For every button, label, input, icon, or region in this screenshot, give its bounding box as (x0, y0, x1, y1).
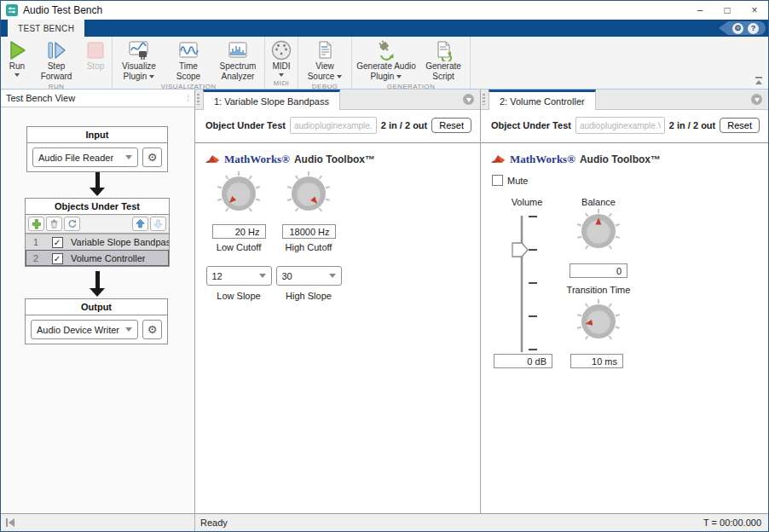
high-cutoff-label: High Cutoff (286, 242, 332, 252)
move-up-button[interactable] (132, 217, 148, 231)
tab-volume-controller[interactable]: 2: Volume Controller (489, 90, 596, 110)
object-class-field[interactable] (575, 117, 665, 134)
output-settings-button[interactable]: ⚙ (142, 320, 162, 339)
object-under-test-label: Object Under Test (491, 120, 571, 130)
close-icon: × (751, 4, 757, 16)
dropdown-arrow-icon (149, 75, 154, 78)
low-slope-label: Low Slope (217, 291, 260, 301)
close-button[interactable]: × (741, 1, 768, 20)
balance-label: Balance (563, 197, 634, 207)
bandpass-controls: Low Cutoff High Cutoff 12 30 Low Slope H… (204, 170, 344, 301)
midi-icon (270, 39, 292, 61)
group-midi: MIDI MIDI (265, 37, 298, 89)
help-icon[interactable]: ? (748, 23, 759, 34)
group-debug: View Source DEBUG (298, 37, 352, 89)
minimize-button[interactable]: – (686, 1, 714, 20)
midi-button[interactable]: MIDI (267, 38, 296, 78)
panel-grip-icon[interactable]: ⁞ (187, 94, 189, 103)
window-title: Audio Test Bench (23, 4, 686, 16)
mathworks-logo-icon (491, 153, 506, 165)
mathworks-logo-icon (205, 153, 220, 165)
generate-audio-plugin-button[interactable]: Generate Audio Plugin (354, 38, 419, 83)
visualize-plugin-button[interactable]: Visualize Plugin (114, 38, 164, 83)
collapse-panel-icon[interactable] (463, 94, 474, 105)
delete-object-button[interactable] (46, 217, 62, 231)
panel-grip-icon[interactable] (197, 94, 199, 105)
chevron-down-icon (259, 274, 266, 278)
flow-arrow-down (89, 271, 106, 297)
input-box: Input Audio File Reader ⚙ (26, 126, 168, 172)
view-source-icon (314, 39, 336, 61)
high-slope-select[interactable]: 30 (276, 266, 342, 286)
generate-audio-plugin-icon (375, 39, 397, 61)
trash-icon (49, 218, 60, 229)
settings-sync-icon[interactable]: ⚙ (732, 23, 743, 34)
object-row-2[interactable]: 2 ✓ Volume Controller (26, 250, 169, 266)
maximize-button[interactable]: □ (714, 1, 741, 20)
collapse-ribbon-icon[interactable] (753, 76, 765, 86)
balance-knob[interactable] (575, 207, 622, 255)
group-visualization: Visualize Plugin Time Scope Spectru (113, 37, 265, 89)
generate-script-button[interactable]: Generate Script (419, 38, 468, 83)
output-box: Output Audio Device Writer ⚙ (25, 298, 168, 344)
transition-time-knob[interactable] (575, 298, 622, 345)
panel-grip-icon[interactable] (483, 94, 485, 105)
group-run: Run Step Forward Stop RUN (1, 37, 113, 89)
group-label-midi: MIDI (267, 79, 296, 89)
volume-value[interactable] (494, 354, 552, 368)
input-settings-button[interactable]: ⚙ (142, 147, 162, 167)
add-icon (31, 218, 42, 229)
tab-variable-slope-bandpass[interactable]: 1: Variable Slope Bandpass (203, 90, 340, 110)
collapse-left-panel-icon[interactable] (5, 518, 15, 528)
chevron-down-icon (125, 327, 132, 332)
step-forward-button[interactable]: Step Forward (32, 38, 81, 83)
spectrum-analyzer-button[interactable]: Spectrum Analyzer (213, 38, 263, 83)
tab-test-bench[interactable]: TEST BENCH (8, 20, 84, 37)
object-class-field[interactable] (290, 117, 377, 134)
high-cutoff-value[interactable] (282, 224, 336, 239)
panel-title: Test Bench View (6, 93, 75, 103)
move-down-button[interactable] (150, 217, 166, 231)
object-1-checkbox[interactable]: ✓ (52, 237, 63, 248)
transition-time-value[interactable] (570, 354, 623, 368)
volume-slider[interactable] (505, 212, 546, 356)
stop-button[interactable]: Stop (81, 38, 110, 72)
group-label-run: RUN (3, 83, 110, 92)
add-object-button[interactable] (28, 217, 44, 231)
spectrum-analyzer-icon (227, 39, 249, 61)
bandpass-panel: 1: Variable Slope Bandpass Object Under … (195, 90, 481, 513)
time-scope-button[interactable]: Time Scope (164, 38, 213, 83)
chevron-down-icon (125, 155, 132, 159)
low-cutoff-value[interactable] (212, 224, 266, 239)
low-cutoff-label: Low Cutoff (217, 242, 261, 252)
reset-button[interactable]: Reset (720, 118, 760, 133)
run-button[interactable]: Run (3, 38, 32, 78)
minimize-icon: – (697, 4, 703, 16)
visualize-plugin-icon (128, 39, 150, 61)
status-bar: Ready T = 00:00.000 (1, 513, 768, 531)
balance-value[interactable] (570, 263, 627, 278)
object-2-checkbox[interactable]: ✓ (52, 253, 63, 264)
input-select[interactable]: Audio File Reader (32, 147, 138, 167)
dropdown-arrow-icon (14, 73, 20, 77)
mute-checkbox[interactable] (492, 175, 503, 186)
low-cutoff-knob[interactable] (215, 170, 263, 217)
low-slope-select[interactable]: 12 (206, 266, 272, 286)
object-under-test-label: Object Under Test (205, 120, 286, 130)
time-scope-icon (177, 39, 199, 61)
volume-slider-handle[interactable] (512, 243, 528, 257)
output-select[interactable]: Audio Device Writer (31, 320, 138, 339)
view-source-button[interactable]: View Source (300, 38, 350, 83)
collapse-panel-icon[interactable] (751, 94, 762, 105)
transition-time-label: Transition Time (551, 285, 646, 295)
bandpass-tabbar: 1: Variable Slope Bandpass (195, 90, 480, 110)
dropdown-arrow-icon (337, 75, 342, 78)
high-cutoff-knob[interactable] (285, 170, 332, 217)
mute-control[interactable]: Mute (492, 175, 528, 186)
dropdown-arrow-icon (396, 75, 402, 78)
refresh-objects-button[interactable] (64, 217, 80, 231)
reset-button[interactable]: Reset (431, 118, 471, 133)
app-window: Audio Test Bench – □ × TEST BENCH ⚙ ? Ru… (0, 0, 769, 532)
title-bar: Audio Test Bench – □ × (1, 1, 768, 20)
object-row-1[interactable]: 1 ✓ Variable Slope Bandpass (26, 234, 169, 250)
